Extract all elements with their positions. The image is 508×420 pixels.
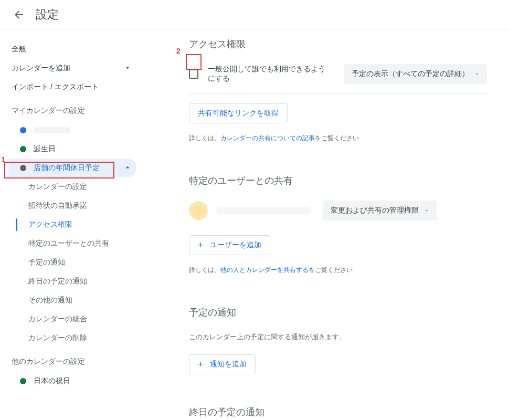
sidebar-sub-delete[interactable]: カレンダーの削除 (15, 329, 136, 348)
section-sharing: 特定のユーザーとの共有 変更および共有の管理権限 + ユーザーを追加 詳しくは、… (189, 174, 487, 275)
sidebar-item-import-export[interactable]: インポート / エクスポート (8, 78, 136, 97)
button-label: 通知を追加 (210, 360, 247, 369)
user-permission-dropdown[interactable]: 変更および共有の管理権限 (323, 201, 437, 220)
shared-user-row: 変更および共有の管理権限 (189, 201, 487, 220)
notifications-desc: このカレンダー上の予定に関する通知が届きます。 (189, 332, 487, 342)
add-user-button[interactable]: + ユーザーを追加 (189, 235, 270, 255)
sidebar-calendar-label: 誕生日 (34, 144, 56, 154)
plus-icon: + (198, 361, 204, 368)
section-title-notifications: 予定の通知 (189, 306, 487, 319)
section-access: アクセス権限 一般公開して誰でも利用できるようにする 予定の表示（すべての予定の… (189, 38, 487, 143)
plus-icon: + (198, 242, 204, 249)
sidebar-other-calendar-0[interactable]: 日本の祝日 (8, 372, 136, 391)
sidebar-calendar-item-1[interactable]: 誕生日 (8, 140, 136, 159)
sidebar-sub-calendar-settings[interactable]: カレンダーの設定 (15, 177, 136, 196)
sharing-info-link[interactable]: 他の人とカレンダーを共有する (220, 266, 309, 274)
sidebar-sub-integrate[interactable]: カレンダーの統合 (15, 310, 136, 329)
section-allday-notifications: 終日の予定の通知 このカレンダー上の終日の予定に関する通知が届きます。 + 通知… (189, 406, 487, 420)
add-notification-button[interactable]: + 通知を追加 (189, 354, 256, 374)
public-checkbox-label: 一般公開して誰でも利用できるようにする (208, 65, 332, 83)
chevron-up-icon (123, 163, 132, 174)
visibility-dropdown[interactable]: 予定の表示（すべての予定の詳細） (344, 64, 487, 84)
sidebar-sub-auto-accept[interactable]: 招待状の自動承諾 (15, 196, 136, 215)
main-content: アクセス権限 一般公開して誰でも利用できるようにする 予定の表示（すべての予定の… (136, 29, 508, 420)
get-shareable-link-button[interactable]: 共有可能なリンクを取得 (189, 103, 288, 123)
sidebar-subitems: カレンダーの設定 招待状の自動承諾 アクセス権限 特定のユーザーとの共有 予定の… (8, 177, 136, 348)
sidebar-sub-share-users[interactable]: 特定のユーザーとの共有 (15, 234, 136, 253)
sidebar-sub-access[interactable]: アクセス権限 (15, 215, 136, 234)
button-label: 共有可能なリンクを取得 (198, 109, 279, 118)
page-title: 設定 (36, 7, 59, 23)
calendar-color-dot (20, 146, 26, 152)
user-email-blurred (216, 207, 311, 214)
public-checkbox[interactable] (189, 69, 198, 79)
sidebar-sub-event-notif[interactable]: 予定の通知 (15, 253, 136, 272)
section-title-sharing: 特定のユーザーとの共有 (189, 174, 487, 187)
button-label: ユーザーを追加 (210, 240, 261, 250)
sidebar-calendar-label: 日本の祝日 (34, 376, 70, 386)
back-button[interactable] (8, 4, 29, 25)
sidebar-calendar-label-blurred (34, 127, 70, 133)
dropdown-label: 変更および共有の管理権限 (331, 206, 419, 215)
arrow-left-icon (13, 8, 25, 21)
chevron-down-icon (123, 63, 132, 74)
app-header: 設定 (0, 0, 508, 29)
public-checkbox-row: 一般公開して誰でも利用できるようにする 予定の表示（すべての予定の詳細） (189, 64, 487, 84)
sharing-info-text: 詳しくは、他の人とカレンダーを共有するをご覧ください (189, 266, 487, 275)
section-notifications: 予定の通知 このカレンダー上の予定に関する通知が届きます。 + 通知を追加 (189, 306, 487, 374)
section-title-access: アクセス権限 (189, 38, 487, 50)
sidebar-sub-other-notif[interactable]: その他の通知 (15, 291, 136, 310)
sidebar-sub-allday-notif[interactable]: 終日の予定の通知 (15, 272, 136, 291)
access-info-link[interactable]: カレンダーの共有についての記事 (220, 134, 315, 142)
sidebar-label: カレンダーを追加 (12, 64, 70, 73)
sidebar-calendar-label: 店舗の年間休日予定 (34, 163, 100, 173)
sidebar-section-my-calendars: マイカレンダーの設定 (8, 97, 136, 121)
sidebar-item-general[interactable]: 全般 (8, 40, 136, 59)
dropdown-arrow-icon (474, 70, 480, 78)
user-avatar (189, 201, 208, 220)
sidebar-calendar-item-0[interactable] (8, 121, 136, 140)
sidebar-section-other-calendars: 他のカレンダーの設定 (8, 348, 136, 372)
calendar-color-dot (20, 165, 26, 171)
dropdown-label: 予定の表示（すべての予定の詳細） (352, 69, 469, 79)
sidebar: 全般 カレンダーを追加 インポート / エクスポート マイカレンダーの設定 誕生… (0, 29, 136, 420)
sidebar-item-add-calendar[interactable]: カレンダーを追加 (8, 59, 136, 78)
sidebar-label: インポート / エクスポート (12, 82, 99, 92)
sidebar-label: 全般 (12, 45, 26, 54)
divider (189, 93, 487, 94)
dropdown-arrow-icon (424, 206, 429, 215)
calendar-color-dot (20, 378, 26, 384)
get-link-row: 共有可能なリンクを取得 (189, 103, 487, 123)
sidebar-calendar-item-2[interactable]: 店舗の年間休日予定 (8, 159, 136, 177)
access-info-text: 詳しくは、カレンダーの共有についての記事をご覧ください (189, 134, 487, 143)
calendar-color-dot (20, 127, 26, 133)
section-title-allday: 終日の予定の通知 (189, 406, 487, 418)
